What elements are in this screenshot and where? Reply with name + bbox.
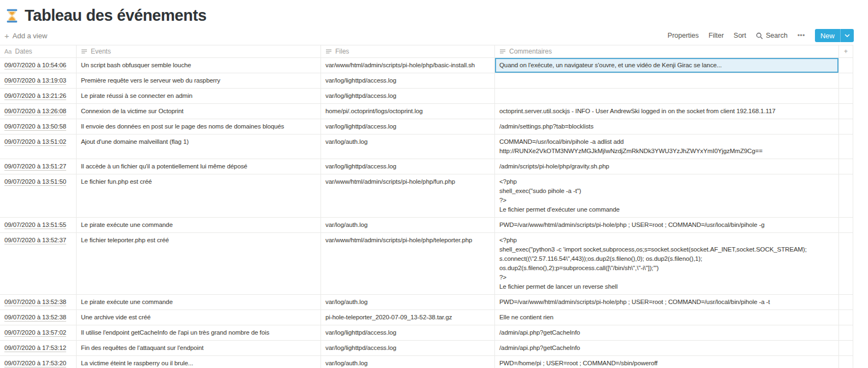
add-property-button[interactable]: + — [839, 45, 853, 57]
file-cell[interactable]: pi-hole-teleporter_2020-07-09_13-52-38.t… — [321, 310, 495, 325]
date-cell[interactable]: 09/07/2020 à 13:51:50 — [0, 174, 77, 217]
table-row: 09/07/2020 à 13:51:02 Ajout d'une domain… — [0, 135, 853, 159]
row-spacer-cell — [839, 89, 853, 103]
table-header-row: Aa Dates Events Files — [0, 45, 853, 58]
file-cell[interactable]: var/log/lighttpd/access.log — [321, 73, 495, 88]
column-header-commentaires[interactable]: Commentaires — [495, 45, 839, 57]
table-row: 09/07/2020 à 13:52:38 Une archive vide e… — [0, 310, 853, 325]
column-header-files[interactable]: Files — [321, 45, 495, 57]
more-button[interactable]: ••• — [797, 32, 805, 39]
comment-cell[interactable]: <?php shell_exec("python3 -c 'import soc… — [495, 233, 839, 294]
date-cell[interactable]: 09/07/2020 à 13:51:02 — [0, 135, 77, 159]
file-cell[interactable]: var/log/lighttpd/access.log — [321, 119, 495, 134]
date-cell[interactable]: 09/07/2020 à 13:21:26 — [0, 89, 77, 103]
sort-button[interactable]: Sort — [733, 32, 746, 39]
event-cell[interactable]: Un script bash obfusquer semble louche — [77, 58, 321, 73]
date-cell[interactable]: 09/07/2020 à 13:50:58 — [0, 119, 77, 134]
plus-icon: + — [4, 32, 9, 40]
file-cell[interactable]: var/www/html/admin/scripts/pi-hole/php/f… — [321, 174, 495, 217]
event-cell[interactable]: Connexion de la victime sur Octoprint — [77, 104, 321, 119]
event-cell[interactable]: Le fichier teleporter.php est créé — [77, 233, 321, 294]
file-cell[interactable]: var/log/auth.log — [321, 135, 495, 159]
event-cell[interactable]: Une archive vide est créé — [77, 310, 321, 325]
table-row: 09/07/2020 à 13:52:38 Le pirate exécute … — [0, 295, 853, 310]
column-header-dates[interactable]: Aa Dates — [0, 45, 77, 57]
filter-button[interactable]: Filter — [709, 32, 724, 39]
date-cell[interactable]: 09/07/2020 à 13:51:55 — [0, 218, 77, 232]
event-cell[interactable]: Fin des requêtes de l'attaquant sur l'en… — [77, 341, 321, 355]
new-button[interactable]: New — [815, 29, 854, 42]
date-cell[interactable]: 09/07/2020 à 13:52:38 — [0, 310, 77, 325]
table-row: 09/07/2020 à 13:21:26 Le pirate réussi à… — [0, 89, 853, 104]
search-icon — [756, 32, 763, 39]
comment-cell[interactable]: /admin/scripts/pi-hole/php/gravity.sh.ph… — [495, 159, 839, 174]
row-spacer-cell — [839, 119, 853, 134]
comment-cell[interactable]: <?php shell_exec("sudo pihole -a -t") ?>… — [495, 174, 839, 217]
file-cell[interactable]: var/log/auth.log — [321, 218, 495, 232]
column-label: Dates — [15, 48, 32, 55]
date-cell[interactable]: 09/07/2020 à 10:54:06 — [0, 58, 77, 73]
event-cell[interactable]: Première requête vers le serveur web du … — [77, 73, 321, 88]
comment-cell[interactable] — [495, 73, 839, 88]
text-property-icon — [81, 48, 88, 55]
properties-button[interactable]: Properties — [668, 32, 699, 39]
table-row: 09/07/2020 à 13:19:03 Première requête v… — [0, 73, 853, 89]
file-cell[interactable]: var/log/lighttpd/access.log — [321, 159, 495, 174]
comment-cell[interactable]: octoprint.server.util.sockjs - INFO - Us… — [495, 104, 839, 119]
date-cell[interactable]: 09/07/2020 à 13:52:38 — [0, 295, 77, 309]
text-property-icon — [499, 48, 506, 55]
row-spacer-cell — [839, 310, 853, 325]
comment-cell[interactable]: PWD=/home/pi ; USER=root ; COMMAND=/sbin… — [495, 356, 839, 368]
comment-cell[interactable]: /admin/api.php?getCacheInfo — [495, 325, 839, 340]
event-cell[interactable]: La victime éteint le raspberry ou il bru… — [77, 356, 321, 368]
title-property-icon: Aa — [4, 48, 11, 55]
file-cell[interactable]: var/log/lighttpd/access.log — [321, 89, 495, 103]
chevron-down-icon[interactable] — [841, 29, 854, 42]
event-cell[interactable]: Le pirate réussi à se connecter en admin — [77, 89, 321, 103]
table-body: 09/07/2020 à 10:54:06 Un script bash obf… — [0, 58, 853, 368]
hourglass-icon-svg — [4, 8, 20, 24]
event-cell[interactable]: Il utilise l'endpoint getCacheInfo de l'… — [77, 325, 321, 340]
date-cell[interactable]: 09/07/2020 à 13:52:37 — [0, 233, 77, 294]
event-cell[interactable]: Le pirate exécute une commande — [77, 295, 321, 309]
search-button[interactable]: Search — [756, 32, 788, 39]
row-spacer-cell — [839, 341, 853, 355]
comment-cell[interactable] — [495, 89, 839, 103]
event-cell[interactable]: Le fichier fun.php est créé — [77, 174, 321, 217]
comment-cell[interactable]: PWD=/var/www/html/admin/scripts/pi-hole/… — [495, 295, 839, 309]
event-cell[interactable]: Le pirate exécute une commande — [77, 218, 321, 232]
date-cell[interactable]: 09/07/2020 à 13:57:02 — [0, 325, 77, 340]
file-cell[interactable]: var/log/lighttpd/access.log — [321, 325, 495, 340]
comment-cell[interactable]: Quand on l'exécute, un navigateur s'ouvr… — [495, 58, 839, 73]
file-cell[interactable]: var/www/html/admin/scripts/pi-hole/php/b… — [321, 58, 495, 73]
event-cell[interactable]: Il accède à un fichier qu'il a potentiel… — [77, 159, 321, 174]
file-cell[interactable]: var/www/html/admin/scripts/pi-hole/php/t… — [321, 233, 495, 294]
row-spacer-cell — [839, 174, 853, 217]
file-cell[interactable]: var/log/auth.log — [321, 356, 495, 368]
comment-cell[interactable]: /admin/api.php?getCacheInfo — [495, 341, 839, 355]
comment-cell[interactable]: PWD=/var/www/html/admin/scripts/pi-hole/… — [495, 218, 839, 232]
event-cell[interactable]: Ajout d'une domaine malveillant (flag 1) — [77, 135, 321, 159]
file-cell[interactable]: var/log/lighttpd/access.log — [321, 341, 495, 355]
comment-cell[interactable]: Elle ne contient rien — [495, 310, 839, 325]
event-cell[interactable]: Il envoie des données en post sur le pag… — [77, 119, 321, 134]
comment-cell[interactable]: COMMAND=/usr/local/bin/pihole -a adlist … — [495, 135, 839, 159]
notion-page: Tableau des événements + Add a view Prop… — [0, 0, 868, 368]
date-cell[interactable]: 09/07/2020 à 17:53:12 — [0, 341, 77, 355]
plus-icon: + — [844, 48, 848, 55]
row-spacer-cell — [839, 218, 853, 232]
row-spacer-cell — [839, 73, 853, 88]
view-toolbar: + Add a view Properties Filter Sort Sear… — [0, 27, 868, 45]
date-cell[interactable]: 09/07/2020 à 13:51:27 — [0, 159, 77, 174]
column-header-events[interactable]: Events — [77, 45, 321, 57]
add-view-button[interactable]: + Add a view — [4, 32, 47, 40]
date-cell[interactable]: 09/07/2020 à 17:53:20 — [0, 356, 77, 368]
row-spacer-cell — [839, 58, 853, 73]
date-cell[interactable]: 09/07/2020 à 13:26:08 — [0, 104, 77, 119]
file-cell[interactable]: home/pi/.octoprint/logs/octoprint.log — [321, 104, 495, 119]
date-cell[interactable]: 09/07/2020 à 13:19:03 — [0, 73, 77, 88]
row-spacer-cell — [839, 295, 853, 309]
hourglass-icon[interactable] — [4, 8, 20, 24]
file-cell[interactable]: var/log/auth.log — [321, 295, 495, 309]
comment-cell[interactable]: /admin/settings.php?tab=blocklists — [495, 119, 839, 134]
